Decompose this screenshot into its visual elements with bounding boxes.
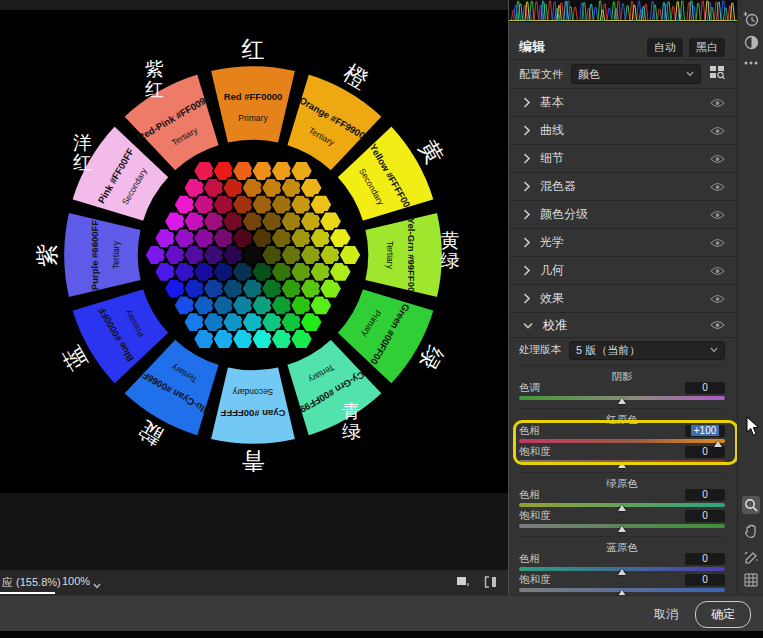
before-after-icon[interactable]	[484, 576, 500, 590]
section-row-2[interactable]: 细节	[509, 145, 737, 173]
eye-icon[interactable]	[710, 234, 725, 252]
profile-label: 配置文件	[519, 67, 563, 82]
calibration-group-3: 蓝原色色相0饱和度0	[519, 537, 725, 595]
chevron-down-icon[interactable]	[93, 579, 101, 591]
chevron-right-icon	[523, 153, 530, 164]
slider-value[interactable]: +100	[685, 425, 725, 437]
group-header: 绿原色	[519, 478, 725, 489]
snapshot-icon[interactable]	[742, 10, 760, 28]
slider-track[interactable]	[519, 393, 725, 403]
slider-thumb[interactable]	[618, 505, 626, 511]
profile-dropdown[interactable]: 颜色	[571, 64, 701, 84]
eye-icon[interactable]	[710, 94, 725, 112]
right-toolbar	[737, 0, 763, 595]
process-version-row: 处理版本 5 版（当前）	[509, 338, 737, 362]
slider-track[interactable]	[519, 564, 725, 574]
section-row-6[interactable]: 几何	[509, 257, 737, 285]
wheel-outer-label: 紫红	[145, 59, 164, 100]
profile-browse-icon[interactable]	[709, 65, 725, 83]
eye-icon[interactable]	[710, 262, 725, 280]
color-wheel-image: Red #FF0000PrimaryOrange #FF9900Tertiary…	[0, 10, 508, 493]
segment-name-label: Red #FF0000	[224, 91, 283, 102]
black-white-button[interactable]: 黑白	[689, 38, 725, 57]
mask-icon[interactable]	[742, 33, 760, 51]
calibration-group-0: 阴影色调0	[519, 365, 725, 409]
slider-thumb[interactable]	[618, 569, 626, 575]
grid-overlay-icon[interactable]	[742, 571, 760, 589]
slider-track[interactable]	[519, 457, 725, 467]
slider-thumb[interactable]	[618, 398, 626, 404]
slider-value[interactable]: 0	[685, 553, 725, 565]
ok-button[interactable]: 确定	[695, 601, 751, 628]
section-label: 光学	[540, 234, 710, 251]
slider-row: 饱和度0	[519, 574, 725, 585]
segment-name-label: Cyan #00FFFF	[220, 408, 285, 419]
slider-thumb[interactable]	[618, 462, 626, 468]
slider-value[interactable]: 0	[685, 574, 725, 586]
eye-icon[interactable]	[710, 316, 725, 334]
section-label: 曲线	[540, 122, 710, 139]
zoom-status-bar: 应 (155.8%) 100%	[0, 570, 508, 595]
slider-thumb[interactable]	[618, 526, 626, 532]
zoom-fit-underline	[0, 592, 55, 594]
group-header: 红原色	[519, 414, 725, 425]
hand-tool-icon[interactable]	[742, 522, 760, 540]
preview-mode-icon[interactable]	[456, 576, 470, 590]
slider-value[interactable]: 0	[685, 510, 725, 522]
section-row-0[interactable]: 基本	[509, 89, 737, 117]
slider-row: 色相0	[519, 553, 725, 564]
eye-icon[interactable]	[710, 178, 725, 196]
eye-icon[interactable]	[710, 150, 725, 168]
segment-type-label: Tertiary	[385, 241, 395, 270]
slider-value[interactable]: 0	[685, 489, 725, 501]
dialog-footer: 取消 确定	[0, 595, 763, 631]
slider-thumb[interactable]	[714, 441, 722, 447]
segment-type-label: Tertiary	[111, 240, 121, 269]
profile-row: 配置文件 颜色	[509, 59, 737, 89]
eye-icon[interactable]	[710, 290, 725, 308]
zoom-fit-label[interactable]: 应 (155.8%)	[2, 575, 61, 590]
more-options-icon[interactable]	[742, 54, 760, 72]
wheel-outer-label: 黄绿	[441, 230, 460, 271]
workspace-top-strip	[0, 0, 508, 10]
section-row-1[interactable]: 曲线	[509, 117, 737, 145]
heal-tool-icon[interactable]	[742, 549, 760, 567]
profile-value: 颜色	[578, 67, 686, 82]
segment-type-label: Primary	[238, 113, 268, 123]
auto-button[interactable]: 自动	[647, 38, 683, 57]
zoom-level[interactable]: 100%	[62, 575, 90, 587]
section-row-3[interactable]: 混色器	[509, 173, 737, 201]
canvas-background	[0, 493, 508, 570]
edit-header: 编辑 自动 黑白	[509, 35, 737, 59]
section-calibration[interactable]: 校准	[509, 313, 737, 338]
cancel-button[interactable]: 取消	[654, 606, 678, 623]
slider-track[interactable]	[519, 521, 725, 531]
section-row-4[interactable]: 颜色分级	[509, 201, 737, 229]
slider-value[interactable]: 0	[685, 446, 725, 458]
process-version-value: 5 版（当前）	[576, 343, 710, 358]
chevron-down-icon	[710, 347, 718, 353]
slider-value[interactable]: 0	[685, 382, 725, 394]
slider-track[interactable]	[519, 500, 725, 510]
section-row-7[interactable]: 效果	[509, 285, 737, 313]
wheel-outer-label: 青绿	[342, 401, 361, 442]
panel-sections: 基本曲线细节混色器颜色分级光学几何效果	[509, 89, 737, 313]
slider-track[interactable]	[519, 436, 725, 446]
eye-icon[interactable]	[710, 122, 725, 140]
section-row-5[interactable]: 光学	[509, 229, 737, 257]
camera-raw-dialog: Red #FF0000PrimaryOrange #FF9900Tertiary…	[0, 0, 763, 638]
slider-track[interactable]	[519, 585, 725, 595]
eye-icon[interactable]	[710, 206, 725, 224]
section-label: 颜色分级	[540, 206, 710, 223]
calibration-sliders: 阴影色调0红原色色相+100饱和度0绿原色色相0饱和度0蓝原色色相0饱和度0	[509, 365, 737, 595]
zoom-tool-icon[interactable]	[742, 496, 760, 514]
window-bottom-edge	[0, 631, 763, 638]
image-canvas[interactable]: Red #FF0000PrimaryOrange #FF9900Tertiary…	[0, 10, 508, 493]
process-version-dropdown[interactable]: 5 版（当前）	[569, 341, 725, 360]
chevron-expanded-icon	[523, 322, 533, 329]
wheel-outer-label: 红	[242, 36, 265, 62]
histogram[interactable]	[509, 0, 737, 22]
section-label: 细节	[540, 150, 710, 167]
calibration-title: 校准	[543, 317, 710, 334]
chevron-right-icon	[523, 265, 530, 276]
